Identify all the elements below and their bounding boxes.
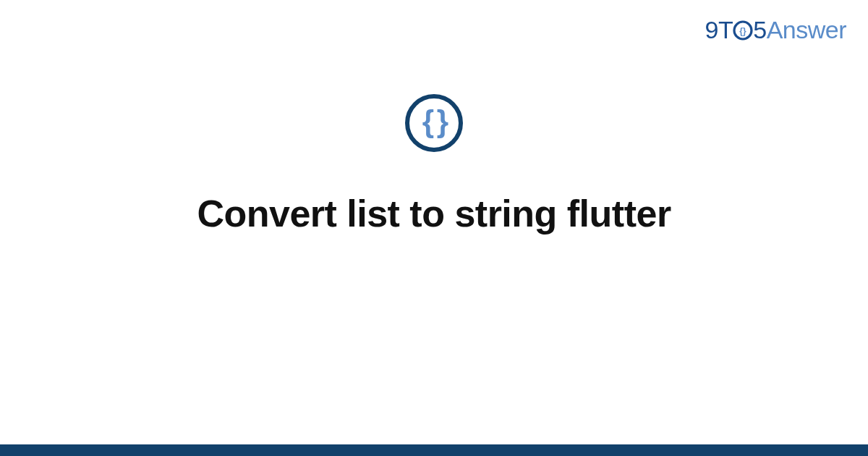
brand-text-5: 5 xyxy=(753,16,766,44)
brand-text-9t: 9T xyxy=(705,16,733,44)
topic-icon-ring: { } xyxy=(405,94,463,152)
main-content: { } Convert list to string flutter xyxy=(0,94,868,235)
code-braces-icon: { } xyxy=(422,104,446,139)
brand-text-answer: Answer xyxy=(767,16,846,44)
svg-text:{}: {} xyxy=(740,26,747,36)
page-title: Convert list to string flutter xyxy=(197,192,671,235)
bottom-accent-bar xyxy=(0,444,868,456)
brand-o-icon: {} xyxy=(732,20,754,41)
brand-logo[interactable]: 9T {} 5 Answer xyxy=(705,16,846,44)
